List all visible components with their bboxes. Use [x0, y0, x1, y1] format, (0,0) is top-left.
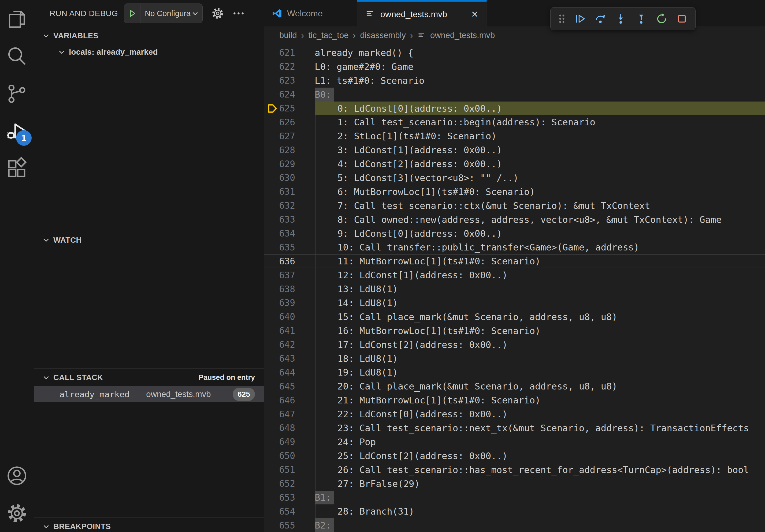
code-text[interactable]: 5: LdConst[3](vector<u8>: "" /..) [315, 171, 765, 185]
line-gutter[interactable]: 626 [264, 115, 315, 129]
line-gutter[interactable]: 624 [264, 88, 315, 102]
breadcrumb-file[interactable]: owned_tests.mvb [417, 31, 495, 40]
line-gutter[interactable]: 639 [264, 296, 315, 310]
breadcrumb-build[interactable]: build [279, 31, 297, 40]
line-gutter[interactable]: 653 [264, 491, 315, 505]
code-text[interactable]: 9: LdConst[0](address: 0x00..) [315, 227, 765, 241]
code-text[interactable]: 26: Call test_scenario::has_most_recent_… [315, 463, 765, 477]
line-gutter[interactable]: 623 [264, 74, 315, 88]
code-text[interactable]: 28: Branch(31) [315, 504, 765, 518]
code-text[interactable]: 18: LdU8(1) [315, 352, 765, 366]
code-text[interactable]: 6: MutBorrowLoc[1](ts#1#0: Scenario) [315, 185, 765, 199]
line-gutter[interactable]: 638 [264, 282, 315, 296]
variables-locals-item[interactable]: locals: already_marked [34, 45, 264, 60]
code-text[interactable]: 15: Call place_mark(&mut Scenario, addre… [315, 310, 765, 324]
tab-welcome[interactable]: Welcome [264, 0, 357, 27]
code-text[interactable]: 24: Pop [315, 435, 765, 449]
continue-icon[interactable] [571, 9, 589, 28]
line-gutter[interactable]: 632 [264, 199, 315, 213]
code-text[interactable]: 22: LdConst[0](address: 0x00..) [315, 407, 765, 421]
line-gutter[interactable]: 637 [264, 268, 315, 282]
line-gutter[interactable]: 645 [264, 379, 315, 393]
breadcrumb-disassembly[interactable]: disassembly [360, 31, 406, 40]
line-gutter[interactable]: 644 [264, 366, 315, 379]
search-icon[interactable] [0, 38, 34, 75]
line-gutter[interactable]: 651 [264, 463, 315, 477]
code-text[interactable]: 8: Call owned::new(address, address, vec… [315, 213, 765, 227]
line-gutter[interactable]: 630 [264, 171, 315, 185]
debug-settings-gear-icon[interactable] [211, 6, 225, 20]
explorer-icon[interactable] [0, 0, 34, 38]
line-gutter[interactable]: 625 [264, 102, 315, 116]
toolbar-drag-handle-icon[interactable] [555, 9, 568, 28]
code-text[interactable]: 19: LdU8(1) [315, 366, 765, 379]
line-gutter[interactable]: 634 [264, 227, 315, 241]
line-gutter[interactable]: 629 [264, 157, 315, 171]
code-text[interactable]: already_marked() { [315, 46, 765, 60]
code-text[interactable]: 21: MutBorrowLoc[1](ts#1#0: Scenario) [315, 393, 765, 407]
code-text[interactable]: 11: MutBorrowLoc[1](ts#1#0: Scenario) [315, 254, 765, 268]
start-debug-icon[interactable] [124, 8, 140, 19]
code-text[interactable]: 20: Call place_mark(&mut Scenario, addre… [315, 379, 765, 393]
restart-icon[interactable] [653, 9, 670, 28]
watch-section-header[interactable]: WATCH [34, 231, 264, 249]
code-text[interactable]: 3: LdConst[1](address: 0x00..) [315, 143, 765, 157]
code-text[interactable]: 7: Call test_scenario::ctx(&mut Scenario… [315, 199, 765, 213]
debug-config-dropdown[interactable]: No Configura [124, 3, 203, 23]
line-gutter[interactable]: 628 [264, 143, 315, 157]
code-text[interactable]: L1: ts#1#0: Scenario [315, 74, 765, 88]
code-text[interactable]: 14: LdU8(1) [315, 296, 765, 310]
breakpoints-section-header[interactable]: BREAKPOINTS [34, 518, 264, 532]
line-gutter[interactable]: 643 [264, 352, 315, 366]
extensions-icon[interactable] [0, 150, 34, 187]
code-text[interactable]: 2: StLoc[1](ts#1#0: Scenario) [315, 129, 765, 143]
stack-frame-row[interactable]: already_marked owned_tests.mvb 625 [34, 386, 264, 402]
more-actions-icon[interactable] [232, 6, 246, 20]
stop-icon[interactable] [673, 9, 690, 28]
code-text[interactable]: 27: BrFalse(29) [315, 477, 765, 491]
line-gutter[interactable]: 652 [264, 477, 315, 491]
source-control-icon[interactable] [0, 75, 34, 113]
line-gutter[interactable]: 633 [264, 213, 315, 227]
code-text[interactable]: 16: MutBorrowLoc[1](ts#1#0: Scenario) [315, 324, 765, 338]
line-gutter[interactable]: 648 [264, 421, 315, 435]
code-text[interactable]: B2: [315, 518, 765, 532]
code-text[interactable]: B1: [315, 491, 765, 505]
code-text[interactable]: 1: Call test_scenario::begin(address): S… [315, 115, 765, 129]
code-text[interactable]: 0: LdConst[0](address: 0x00..) [315, 102, 765, 116]
step-over-icon[interactable] [592, 9, 609, 28]
line-gutter[interactable]: 646 [264, 393, 315, 407]
code-text[interactable]: 23: Call test_scenario::next_tx(&mut Sce… [315, 421, 765, 435]
step-out-icon[interactable] [633, 9, 650, 28]
line-gutter[interactable]: 642 [264, 338, 315, 352]
code-text[interactable]: 10: Call transfer::public_transfer<Game>… [315, 240, 765, 254]
code-text[interactable]: 13: LdU8(1) [315, 282, 765, 296]
line-gutter[interactable]: 627 [264, 129, 315, 143]
line-gutter[interactable]: 655 [264, 518, 315, 532]
line-gutter[interactable]: 631 [264, 185, 315, 199]
accounts-icon[interactable] [0, 457, 34, 494]
breadcrumb-tic-tac-toe[interactable]: tic_tac_toe [309, 31, 349, 40]
line-gutter[interactable]: 647 [264, 407, 315, 421]
line-gutter[interactable]: 641 [264, 324, 315, 338]
settings-gear-icon[interactable] [0, 494, 34, 532]
line-gutter[interactable]: 621 [264, 46, 315, 60]
code-text[interactable]: L0: game#2#0: Game [315, 60, 765, 74]
close-tab-icon[interactable]: ✕ [471, 9, 478, 20]
line-gutter[interactable]: 622 [264, 60, 315, 74]
code-text[interactable]: 25: LdConst[2](address: 0x00..) [315, 449, 765, 463]
code-text[interactable]: B0: [315, 88, 765, 102]
code-text[interactable]: 17: LdConst[2](address: 0x00..) [315, 338, 765, 352]
line-gutter[interactable]: 654 [264, 504, 315, 518]
code-text[interactable]: 4: LdConst[2](address: 0x00..) [315, 157, 765, 171]
line-gutter[interactable]: 649 [264, 435, 315, 449]
code-text[interactable]: 12: LdConst[1](address: 0x00..) [315, 268, 765, 282]
call-stack-section-header[interactable]: CALL STACK Paused on entry [34, 369, 264, 386]
line-gutter[interactable]: 635 [264, 240, 315, 254]
tab-owned-tests[interactable]: owned_tests.mvb ✕ [357, 0, 487, 27]
line-gutter[interactable]: 650 [264, 449, 315, 463]
line-gutter[interactable]: 636 [264, 254, 315, 268]
step-into-icon[interactable] [612, 9, 629, 28]
variables-section-header[interactable]: VARIABLES [34, 27, 264, 45]
line-gutter[interactable]: 640 [264, 310, 315, 324]
